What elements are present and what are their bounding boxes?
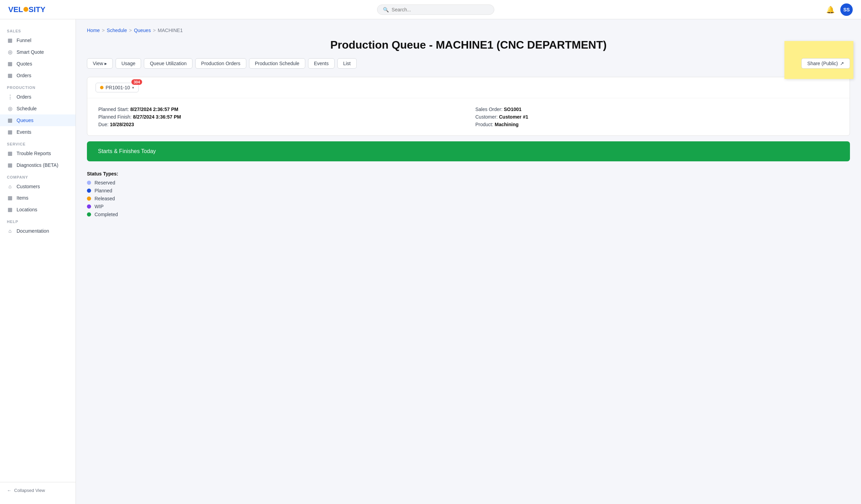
sidebar-item-queues[interactable]: ▦ Queues xyxy=(0,114,76,126)
planned-start-value: 8/27/2024 2:36:57 PM xyxy=(130,107,178,112)
bell-icon[interactable]: 🔔 xyxy=(826,6,835,14)
pr-badge-wrap: PR1001-10 ▾ 304 xyxy=(96,83,139,92)
sidebar-item-schedule[interactable]: ◎ Schedule xyxy=(0,103,76,114)
search-input[interactable] xyxy=(392,7,488,12)
status-completed: Completed xyxy=(87,212,850,217)
home-icon: ⌂ xyxy=(7,183,13,189)
sidebar-section-service: SERVICE xyxy=(0,138,76,148)
sidebar-item-locations[interactable]: ▦ Locations xyxy=(0,204,76,215)
sidebar-section-company: COMPANY xyxy=(0,171,76,181)
sidebar-label-documentation: Documentation xyxy=(17,228,49,234)
due-value: 10/28/2023 xyxy=(110,122,134,127)
share-icon: ↗ xyxy=(840,61,844,66)
sidebar-item-customers[interactable]: ⌂ Customers xyxy=(0,181,76,192)
sidebar-label-events: Events xyxy=(17,129,31,135)
page-title: Production Queue - MACHINE1 (CNC DEPARTM… xyxy=(87,39,850,51)
wip-dot xyxy=(87,204,91,209)
sidebar-label-queues: Queues xyxy=(17,118,33,123)
released-dot xyxy=(87,196,91,201)
sales-order-row: Sales Order: SO1001 xyxy=(475,107,839,112)
breadcrumb-sep-1: > xyxy=(102,28,105,33)
customer-row: Customer: Customer #1 xyxy=(475,114,839,120)
status-wip: WIP xyxy=(87,204,850,209)
share-button[interactable]: Share (Public) ↗ xyxy=(801,58,850,69)
grid-icon: ▦ xyxy=(7,150,13,157)
collapsed-view-button[interactable]: ← Collapsed View xyxy=(7,488,69,493)
sales-order-value: SO1001 xyxy=(504,107,521,112)
due-row: Due: 10/28/2023 xyxy=(98,122,462,127)
grid-icon: ▦ xyxy=(7,72,13,79)
reserved-dot xyxy=(87,181,91,185)
sidebar-item-smart-quote[interactable]: ◎ Smart Quote xyxy=(0,46,76,58)
planned-finish-value: 8/27/2024 3:36:57 PM xyxy=(133,114,181,120)
tab-production-schedule[interactable]: Production Schedule xyxy=(249,58,305,69)
sidebar-label-funnel: Funnel xyxy=(17,38,31,43)
sidebar-item-funnel[interactable]: ▦ Funnel xyxy=(0,34,76,46)
tab-list[interactable]: List xyxy=(337,58,357,69)
completed-label: Completed xyxy=(95,212,118,217)
breadcrumb-sep-3: > xyxy=(153,28,156,33)
status-planned: Planned xyxy=(87,188,850,193)
tab-events[interactable]: Events xyxy=(308,58,335,69)
sidebar: SALES ▦ Funnel ◎ Smart Quote ▦ Quotes ▦ … xyxy=(0,19,76,504)
grid-icon: ▦ xyxy=(7,195,13,201)
sidebar-item-events[interactable]: ▦ Events xyxy=(0,126,76,138)
logo-vel: VEL xyxy=(8,5,23,14)
breadcrumb: Home > Schedule > Queues > MACHINE1 xyxy=(87,28,850,33)
sidebar-bottom: ← Collapsed View xyxy=(0,482,76,498)
sidebar-item-orders[interactable]: ▦ Orders xyxy=(0,70,76,81)
grid-icon: ▦ xyxy=(7,206,13,213)
detail-card: Planned Start: 8/27/2024 2:36:57 PM Plan… xyxy=(87,98,850,135)
sidebar-label-schedule: Schedule xyxy=(17,106,37,111)
logo-sity: SITY xyxy=(29,5,46,14)
grid-icon: ▦ xyxy=(7,37,13,43)
search-bar[interactable]: 🔍 xyxy=(377,4,494,15)
calendar-icon: ▦ xyxy=(7,129,13,135)
planned-finish-label: Planned Finish: xyxy=(98,114,133,120)
sidebar-item-items[interactable]: ▦ Items xyxy=(0,192,76,204)
reserved-label: Reserved xyxy=(95,180,115,185)
sidebar-item-diagnostics[interactable]: ▦ Diagnostics (BETA) xyxy=(0,159,76,171)
sidebar-item-trouble-reports[interactable]: ▦ Trouble Reports xyxy=(0,148,76,159)
share-label: Share (Public) xyxy=(807,61,838,66)
grid-icon: ▦ xyxy=(7,162,13,168)
product-value: Machining xyxy=(495,122,518,127)
breadcrumb-queues[interactable]: Queues xyxy=(134,28,151,33)
logo: VELSITY xyxy=(8,5,46,14)
planned-start-row: Planned Start: 8/27/2024 2:36:57 PM xyxy=(98,107,462,112)
tab-queue-utilization[interactable]: Queue Utilization xyxy=(144,58,192,69)
avatar[interactable]: SS xyxy=(840,3,853,16)
tab-view[interactable]: View ▸ xyxy=(87,58,113,69)
sidebar-item-documentation[interactable]: ⌂ Documentation xyxy=(0,225,76,236)
sidebar-item-quotes[interactable]: ▦ Quotes xyxy=(0,58,76,70)
chevron-down-icon: ▾ xyxy=(132,85,134,90)
green-banner: Starts & Finishes Today xyxy=(87,141,850,161)
breadcrumb-schedule[interactable]: Schedule xyxy=(107,28,127,33)
planned-start-label: Planned Start: xyxy=(98,107,130,112)
sidebar-label-trouble-reports: Trouble Reports xyxy=(17,151,51,156)
clock-icon: ◎ xyxy=(7,105,13,112)
topnav-right: 🔔 SS xyxy=(826,3,853,16)
status-released: Released xyxy=(87,196,850,201)
planned-dot xyxy=(87,189,91,193)
sidebar-label-orders: Orders xyxy=(17,73,31,78)
breadcrumb-home[interactable]: Home xyxy=(87,28,100,33)
card-header: PR1001-10 ▾ 304 xyxy=(87,77,850,98)
detail-grid: Planned Start: 8/27/2024 2:36:57 PM Plan… xyxy=(98,107,839,127)
pr-badge-label: PR1001-10 xyxy=(106,85,130,90)
sidebar-label-prod-orders: Orders xyxy=(17,94,31,100)
logo-circle xyxy=(23,7,28,12)
sales-order-label: Sales Order: xyxy=(475,107,504,112)
sidebar-label-quotes: Quotes xyxy=(17,61,32,67)
tab-production-orders[interactable]: Production Orders xyxy=(195,58,246,69)
product-row: Product: Machining xyxy=(475,122,839,127)
sidebar-item-prod-orders[interactable]: ⋮ Orders xyxy=(0,91,76,103)
due-label: Due: xyxy=(98,122,110,127)
wip-label: WIP xyxy=(95,204,103,209)
pr-status-dot xyxy=(100,86,103,89)
status-reserved: Reserved xyxy=(87,180,850,185)
tab-usage[interactable]: Usage xyxy=(116,58,141,69)
arrow-left-icon: ← xyxy=(7,488,11,493)
released-label: Released xyxy=(95,196,115,201)
sidebar-label-items: Items xyxy=(17,195,28,201)
